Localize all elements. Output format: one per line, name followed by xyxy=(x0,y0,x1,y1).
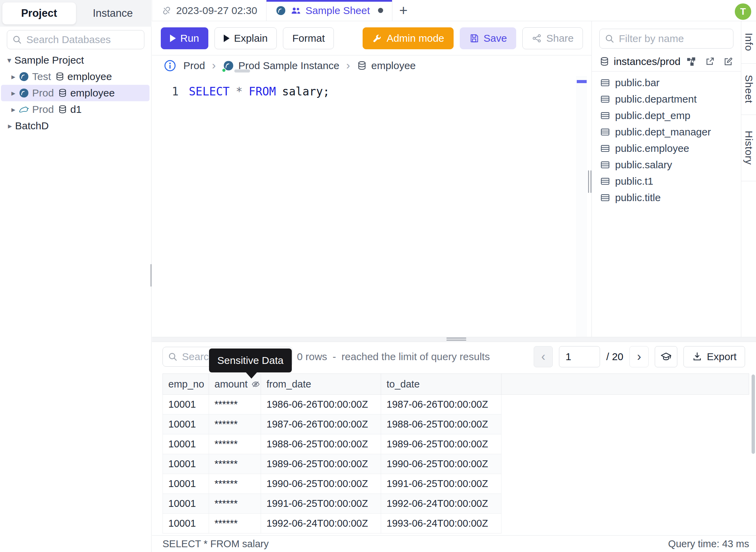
table-row[interactable]: 10001******1990-06-25T00:00:00Z1991-06-2… xyxy=(163,474,501,494)
pagination: ‹ / 20 › Export xyxy=(534,346,745,367)
sidebar-resize-handle[interactable] xyxy=(151,264,152,287)
table-list-item[interactable]: public.salary xyxy=(592,157,741,173)
table-list-item[interactable]: public.dept_manager xyxy=(592,124,741,140)
result-rows: 10001******1986-06-26T00:00:00Z1987-06-2… xyxy=(162,395,501,534)
tab-history[interactable]: History xyxy=(741,115,756,181)
database-icon xyxy=(599,56,610,67)
tree-item-prod-d1[interactable]: ▸ Prod d1 xyxy=(0,101,152,118)
unsaved-dot-icon xyxy=(378,8,383,13)
table-cell: 1989-06-25T00:00:00Z xyxy=(381,434,501,454)
table-row[interactable]: 10001******1991-06-25T00:00:00Z1992-06-2… xyxy=(163,494,501,514)
sheet-tab-unsaved[interactable]: 2023-09-27 02:30 xyxy=(152,0,266,21)
schema-source-row: instances/prod xyxy=(599,54,733,69)
save-button[interactable]: Save xyxy=(460,27,516,49)
eye-off-icon[interactable] xyxy=(251,380,260,389)
breadcrumb-database[interactable]: employee xyxy=(357,60,416,71)
breadcrumb-environment[interactable]: Prod xyxy=(183,60,205,71)
results-scrollbar[interactable] xyxy=(752,374,755,454)
explain-button[interactable]: Explain xyxy=(214,27,277,49)
broken-link-icon xyxy=(161,5,172,16)
postgresql-icon xyxy=(18,88,29,98)
external-link-icon[interactable] xyxy=(705,56,715,67)
masking-button[interactable] xyxy=(655,346,677,367)
table-cell: ****** xyxy=(209,514,261,533)
panel-collapse-handle[interactable] xyxy=(234,69,250,73)
table-row[interactable]: 10001******1992-06-24T00:00:00Z1993-06-2… xyxy=(163,514,501,534)
tree-item-batchd[interactable]: ▸ BatchD xyxy=(0,118,152,134)
status-bar: SELECT * FROM salary Query time: 43 ms xyxy=(152,535,756,552)
table-icon xyxy=(600,127,610,137)
run-button[interactable]: Run xyxy=(161,27,208,49)
sql-operator: * xyxy=(236,84,243,99)
tab-project[interactable]: Project xyxy=(2,2,76,25)
wrench-icon xyxy=(372,33,382,43)
table-list: public.barpublic.departmentpublic.dept_e… xyxy=(592,75,741,206)
mysql-icon xyxy=(18,104,29,115)
right-panel-resize-handle[interactable] xyxy=(590,170,591,193)
admin-mode-button[interactable]: Admin mode xyxy=(363,27,453,49)
table-filter-input[interactable] xyxy=(619,33,728,44)
caret-down-icon[interactable]: ▾ xyxy=(4,56,14,65)
table-row[interactable]: 10001******1988-06-25T00:00:00Z1989-06-2… xyxy=(163,434,501,454)
graduation-cap-icon xyxy=(660,351,672,363)
people-icon xyxy=(290,5,301,16)
table-cell: ****** xyxy=(209,474,261,494)
breadcrumb: Prod › Prod Sample Instance › employee xyxy=(152,55,592,76)
side-tab-strip: Info Sheet History xyxy=(741,21,756,337)
tab-instance[interactable]: Instance xyxy=(76,2,150,25)
table-cell: 1989-06-25T00:00:00Z xyxy=(261,454,381,474)
database-search xyxy=(7,30,144,49)
table-list-item[interactable]: public.department xyxy=(592,91,741,107)
format-button[interactable]: Format xyxy=(283,27,334,49)
table-cell: 1992-06-24T00:00:00Z xyxy=(261,514,381,533)
results-resize-handle[interactable] xyxy=(446,340,466,341)
table-row[interactable]: 10001******1986-06-26T00:00:00Z1987-06-2… xyxy=(163,395,501,415)
tree-label: Sample Project xyxy=(14,54,84,66)
info-icon[interactable] xyxy=(164,59,177,72)
database-search-input[interactable] xyxy=(26,34,139,45)
tab-info[interactable]: Info xyxy=(741,21,756,64)
tree-item-prod-employee[interactable]: ▸ Prod employee xyxy=(1,85,149,101)
sql-editor[interactable]: 1 SELECT * FROM salary; xyxy=(152,76,587,337)
tree-item-sample-project[interactable]: ▾ Sample Project xyxy=(0,52,152,68)
table-list-item[interactable]: public.t1 xyxy=(592,173,741,189)
table-list-item[interactable]: public.bar xyxy=(592,75,741,91)
share-button[interactable]: Share xyxy=(522,27,583,49)
play-icon xyxy=(170,35,176,42)
table-row[interactable]: 10001******1989-06-25T00:00:00Z1990-06-2… xyxy=(163,454,501,474)
caret-right-icon[interactable]: ▸ xyxy=(8,89,18,98)
tab-sheet[interactable]: Sheet xyxy=(741,64,756,115)
page-total: / 20 xyxy=(606,351,623,363)
table-list-item[interactable]: public.dept_emp xyxy=(592,107,741,124)
code-line: 1 SELECT * FROM salary; xyxy=(152,84,587,99)
table-icon xyxy=(600,94,610,104)
results-resize-handle[interactable] xyxy=(446,338,466,339)
table-row[interactable]: 10001******1987-06-26T00:00:00Z1988-06-2… xyxy=(163,415,501,434)
page-number-input[interactable] xyxy=(559,346,600,367)
table-name: public.bar xyxy=(615,77,660,89)
tree-item-test-employee[interactable]: ▸ Test employee xyxy=(0,68,152,85)
export-button[interactable]: Export xyxy=(683,346,745,367)
query-time: Query time: 43 ms xyxy=(668,538,749,550)
caret-right-icon[interactable]: ▸ xyxy=(8,72,18,81)
table-list-item[interactable]: public.title xyxy=(592,189,741,206)
rows-separator: - xyxy=(333,351,336,363)
new-tab-button[interactable]: + xyxy=(392,0,414,21)
sql-identifier: salary; xyxy=(282,84,330,99)
table-cell: 1987-06-26T00:00:00Z xyxy=(261,415,381,434)
sheet-tab-sample-sheet[interactable]: Sample Sheet xyxy=(266,0,392,21)
caret-right-icon[interactable]: ▸ xyxy=(8,105,18,114)
right-panel-resize-handle[interactable] xyxy=(588,170,589,193)
table-cell: 1990-06-25T00:00:00Z xyxy=(381,454,501,474)
sql-keyword: FROM xyxy=(249,84,276,99)
table-icon xyxy=(600,193,610,203)
prev-page-button[interactable]: ‹ xyxy=(534,346,553,367)
table-list-item[interactable]: public.employee xyxy=(592,140,741,157)
schema-diagram-icon[interactable] xyxy=(686,56,696,67)
edit-icon[interactable] xyxy=(723,56,733,67)
avatar[interactable]: T xyxy=(735,3,751,20)
table-cell: 1993-06-24T00:00:00Z xyxy=(381,514,501,533)
caret-right-icon[interactable]: ▸ xyxy=(5,121,15,131)
results-table: emp_no amount from_date to_date 10001***… xyxy=(162,373,749,534)
next-page-button[interactable]: › xyxy=(629,346,649,367)
